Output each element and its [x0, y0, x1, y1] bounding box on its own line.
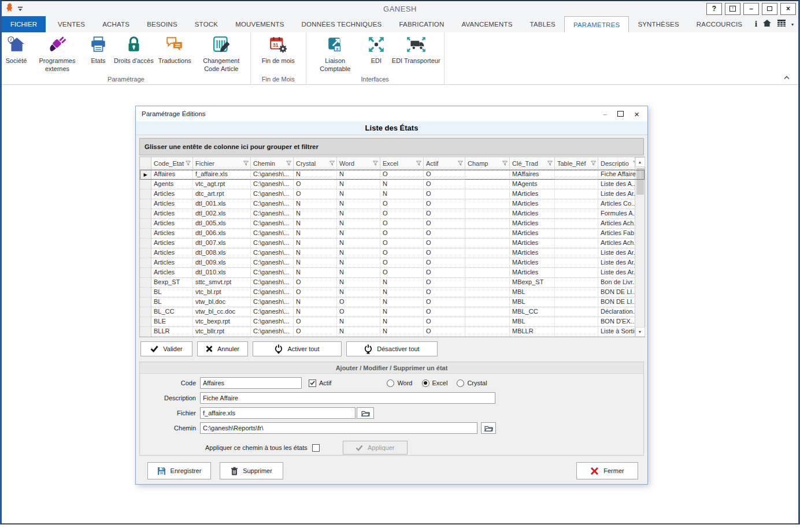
table-row[interactable]: BLvtw_bl.docC:\ganesh\...NONOMBLBON DE L…	[140, 297, 645, 307]
home-icon[interactable]	[762, 19, 772, 29]
vertical-scrollbar[interactable]: ▲▼	[635, 157, 645, 337]
changement-code-article-button[interactable]: Changement Code Article	[194, 34, 249, 73]
row-selector[interactable]	[140, 278, 151, 288]
valider-button[interactable]: Valider	[140, 341, 192, 356]
edi-transporteur-button[interactable]: EDI Transporteur	[390, 34, 443, 65]
row-selector[interactable]	[140, 189, 151, 199]
fermer-button[interactable]: Fermer	[576, 462, 638, 479]
column-header-crystal[interactable]: Crystal	[294, 157, 337, 170]
tab-mouvements[interactable]: MOUVEMENTS	[227, 16, 292, 32]
tab-parametres[interactable]: PARAMÈTRES	[564, 16, 629, 32]
tab-achats[interactable]: ACHATS	[94, 16, 138, 32]
info-icon[interactable]: i	[755, 20, 757, 29]
table-row[interactable]: Articlesdtl_005.xlsC:\ganesh\...NNOOMArt…	[140, 219, 645, 229]
tab-donnees-techniques[interactable]: DONNÉES TECHNIQUES	[293, 16, 391, 32]
word-radio[interactable]	[387, 380, 394, 387]
desactiver-tout-button[interactable]: Désactiver tout	[346, 341, 438, 356]
column-header-fichier[interactable]: Fichier	[193, 157, 251, 170]
dialog-close-button[interactable]: ×	[634, 109, 639, 119]
column-header-actif[interactable]: Actif	[424, 157, 465, 170]
crystal-radio[interactable]	[457, 380, 464, 387]
description-input[interactable]	[200, 392, 495, 404]
scroll-down-icon[interactable]: ▼	[635, 327, 645, 337]
activer-tout-button[interactable]: Activer tout	[253, 341, 342, 356]
filter-icon[interactable]	[329, 161, 335, 166]
row-selector[interactable]	[140, 199, 151, 209]
row-selector[interactable]	[140, 288, 151, 297]
close-button[interactable]: ×	[780, 3, 796, 15]
tab-avancements[interactable]: AVANCEMENTS	[453, 16, 521, 32]
excel-radio[interactable]	[422, 380, 429, 387]
dialog-minimize-button[interactable]: –	[603, 110, 607, 118]
column-header-table_réf[interactable]: Table_Réf	[555, 157, 598, 170]
appliquer-button[interactable]: Appliquer	[343, 441, 408, 455]
apply-all-checkbox[interactable]	[312, 444, 320, 452]
fichier-browse-button[interactable]	[357, 407, 374, 419]
edi-button[interactable]: EDI	[363, 34, 390, 65]
row-selector[interactable]	[140, 327, 151, 337]
scroll-up-icon[interactable]: ▲	[635, 157, 645, 167]
table-row[interactable]: BLEvtc_bexp.rptC:\ganesh\...ONNOMBLBON D…	[140, 317, 645, 327]
table-row[interactable]: ▶Affairesf_affaire.xlsC:\ganesh\...NNOOM…	[140, 170, 645, 180]
column-header-clé_trad[interactable]: Clé_Trad	[510, 157, 555, 170]
filter-icon[interactable]	[186, 161, 191, 166]
societe-button[interactable]: i Société	[3, 34, 29, 65]
table-row[interactable]: Articlesdtl_007.xlsC:\ganesh\...NNOOMArt…	[140, 239, 645, 248]
maximize-button[interactable]	[762, 3, 777, 15]
table-row[interactable]: Articlesdtl_008.xlsC:\ganesh\...NNOOMArt…	[140, 248, 645, 258]
column-header-word[interactable]: Word	[337, 157, 380, 170]
table-row[interactable]: Articlesdtl_002.xlsC:\ganesh\...NNOOMArt…	[140, 209, 645, 219]
tab-fabrication[interactable]: FABRICATION	[390, 16, 453, 32]
filter-icon[interactable]	[243, 161, 249, 166]
column-header-champ[interactable]: Champ	[465, 157, 510, 170]
chemin-input[interactable]	[200, 422, 477, 434]
tab-raccourcis[interactable]: RACCOURCIS	[688, 16, 751, 32]
group-by-hint[interactable]: Glisser une entête de colonne ici pour g…	[139, 138, 644, 155]
minimize-button[interactable]: –	[743, 3, 759, 15]
table-row[interactable]: Articlesdtl_001.xlsC:\ganesh\...NNOOMArt…	[140, 199, 645, 209]
code-input[interactable]	[200, 377, 302, 389]
filter-icon[interactable]	[286, 161, 291, 166]
table-row[interactable]: BL_CCvtw_bl_cc.docC:\ganesh\...NONOMBL_C…	[140, 307, 645, 317]
row-selector[interactable]	[140, 219, 151, 229]
tab-tables[interactable]: TABLES	[521, 16, 564, 32]
chevron-down-icon[interactable]: ▾	[791, 22, 794, 27]
filter-icon[interactable]	[373, 161, 378, 166]
column-header-code_etat[interactable]: Code_Etat	[151, 157, 193, 170]
row-selector[interactable]	[140, 209, 151, 219]
table-row[interactable]: Articlesdtc_art.rptC:\ganesh\...ONNOMArt…	[140, 189, 645, 199]
actif-checkbox[interactable]	[309, 380, 316, 387]
column-header-excel[interactable]: Excel	[380, 157, 424, 170]
row-selector[interactable]	[140, 307, 151, 317]
row-selector[interactable]	[140, 248, 151, 258]
row-selector[interactable]	[140, 180, 151, 189]
droits-acces-button[interactable]: Droits d'accès	[112, 34, 156, 65]
fin-de-mois-button[interactable]: 31 Fin de mois	[260, 34, 297, 65]
tab-ventes[interactable]: VENTES	[49, 16, 94, 32]
pin-ribbon-button[interactable]: ↑	[725, 3, 740, 15]
current-row-indicator[interactable]: ▶	[140, 170, 151, 180]
row-selector[interactable]	[140, 317, 151, 327]
row-selector[interactable]	[140, 297, 151, 307]
tab-fichier[interactable]: FICHIER	[2, 16, 46, 32]
filter-icon[interactable]	[547, 161, 553, 166]
annuler-button[interactable]: Annuler	[197, 341, 248, 356]
filter-icon[interactable]	[458, 161, 463, 166]
collapse-ribbon-icon[interactable]	[783, 72, 790, 82]
column-header-chemin[interactable]: Chemin	[251, 157, 294, 170]
table-row[interactable]: Bexp_STsttc_smvt.rptC:\ganesh\...ONNOMBe…	[140, 278, 645, 288]
table-row[interactable]: Articlesdtl_006.xlsC:\ganesh\...NNOOMArt…	[140, 229, 645, 239]
liaison-comptable-button[interactable]: x Liaison Comptable	[308, 34, 363, 73]
row-selector[interactable]	[140, 229, 151, 239]
programmes-externes-button[interactable]: Programmes externes	[29, 34, 85, 73]
filter-icon[interactable]	[416, 161, 421, 166]
filter-icon[interactable]	[591, 161, 596, 166]
table-row[interactable]: Articlesdtl_009.xlsC:\ganesh\...NNOOMArt…	[140, 258, 645, 268]
supprimer-button[interactable]: Supprimer	[220, 462, 283, 479]
row-selector[interactable]	[140, 268, 151, 278]
row-selector[interactable]	[140, 239, 151, 248]
help-button[interactable]: ?	[706, 3, 722, 15]
filter-icon[interactable]	[502, 161, 508, 166]
tab-stock[interactable]: STOCK	[186, 16, 227, 32]
enregistrer-button[interactable]: Enregistrer	[147, 462, 211, 479]
